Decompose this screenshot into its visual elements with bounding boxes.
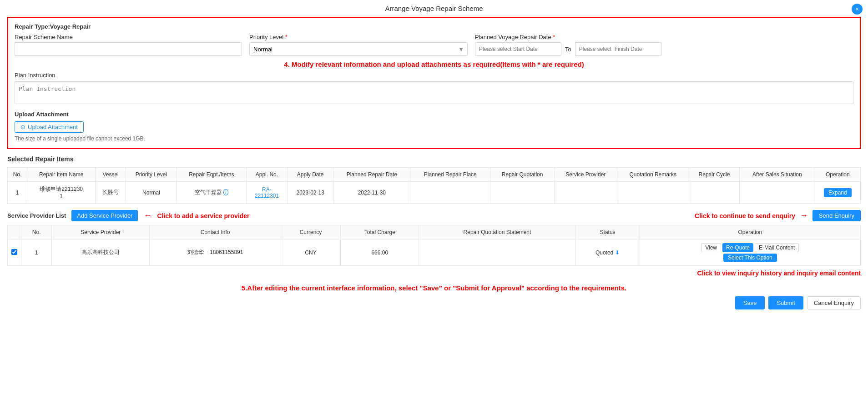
sp-checkbox-cell: [8, 239, 21, 266]
sp-table-row: 1 高乐高科技公司 刘德华 18061155891 CNY 666.00 Quo…: [8, 239, 861, 266]
sp-no: 1: [21, 239, 52, 266]
annotation-4-text: 4. Modify relevant information and uploa…: [15, 60, 853, 68]
send-enquiry-group: Click to continue to send enquiry → Send…: [695, 210, 861, 221]
planned-date-required: *: [553, 34, 555, 40]
expand-button[interactable]: Expand: [824, 188, 852, 197]
sp-currency: CNY: [281, 239, 340, 266]
repair-items-title: Selected Repair Items: [7, 155, 861, 163]
col-sp-no: No.: [21, 225, 52, 239]
send-enquiry-button[interactable]: Send Enquiry: [812, 210, 861, 221]
col-repair-quotation-statement: Repair Quotation Statement: [419, 225, 575, 239]
requote-button[interactable]: Re-Quote: [722, 243, 753, 252]
col-planned-repair-place: Planned Repair Place: [410, 168, 490, 182]
col-repair-quotation: Repair Quotation: [490, 168, 555, 182]
plan-instruction-textarea[interactable]: [15, 81, 853, 104]
save-button[interactable]: Save: [735, 296, 765, 309]
to-label: To: [565, 46, 571, 53]
repair-items-header-row: No. Repair Item Name Vessel Priority Lev…: [8, 168, 861, 182]
col-checkbox: [8, 225, 21, 239]
annotation-5-text: 5.After editing the current interface in…: [7, 284, 861, 292]
sp-name: 高乐高科技公司: [52, 239, 150, 266]
status-quoted-wrap: Quoted ⬇: [578, 249, 636, 256]
add-service-provider-button[interactable]: Add Service Provider: [71, 210, 138, 221]
sp-checkbox[interactable]: [11, 249, 17, 255]
cell-after-sales: [740, 182, 815, 204]
sp-op-row-1: View Re-Quote E-Mail Content: [701, 243, 799, 252]
cell-operation: Expand: [815, 182, 860, 204]
cell-service-provider: [555, 182, 617, 204]
scheme-name-input[interactable]: [15, 42, 242, 56]
cancel-enquiry-button[interactable]: Cancel Enquiry: [807, 296, 861, 309]
col-contact-info: Contact Info: [150, 225, 281, 239]
start-date-input[interactable]: [475, 42, 561, 56]
info-icon[interactable]: i: [223, 189, 228, 195]
submit-button[interactable]: Submit: [768, 296, 803, 309]
repair-items-table: No. Repair Item Name Vessel Priority Lev…: [7, 167, 861, 204]
page-title: Arrange Voyage Repair Scheme: [7, 5, 861, 12]
sp-contact-info: 刘德华 18061155891: [150, 239, 281, 266]
scheme-name-label: Repair Scheme Name: [15, 34, 242, 40]
priority-label: Priority Level *: [249, 34, 468, 40]
sp-status: Quoted ⬇: [575, 239, 640, 266]
upload-attachment-button[interactable]: ⊙ Upload Attachment: [15, 121, 84, 133]
cell-planned-repair-date: 2022-11-30: [333, 182, 410, 204]
plan-instruction-section: Plan Instruction: [15, 72, 853, 105]
col-repair-item-name: Repair Item Name: [27, 168, 96, 182]
sp-repair-quotation-statement: [419, 239, 575, 266]
planned-date-group: Planned Voyage Repair Date * To: [475, 34, 661, 56]
right-arrow-icon: →: [800, 211, 808, 220]
select-this-option-button[interactable]: Select This Option: [723, 254, 777, 262]
sp-operation-cell: View Re-Quote E-Mail Content Select This…: [640, 239, 860, 266]
cell-appl-no: RA-22112301: [246, 182, 287, 204]
col-after-sales: After Sales Situation: [740, 168, 815, 182]
scheme-name-group: Repair Scheme Name: [15, 34, 242, 56]
sp-label: Service Provider List: [7, 212, 66, 219]
upload-section: Upload Attachment ⊙ Upload Attachment Th…: [15, 111, 853, 142]
col-operation: Operation: [815, 168, 860, 182]
appl-no-link[interactable]: RA-22112301: [255, 186, 279, 199]
priority-required: *: [285, 34, 288, 40]
cell-repair-item-name: 维修申请22112301: [27, 182, 96, 204]
priority-select-wrap: Normal Urgent Emergency ▼: [249, 42, 468, 56]
col-repair-cycle: Repair Cycle: [689, 168, 739, 182]
sp-op-row-2: Select This Option: [723, 254, 777, 262]
add-sp-annotation: Click to add a service provider: [157, 212, 249, 219]
sp-op-buttons: View Re-Quote E-Mail Content Select This…: [643, 243, 858, 262]
upload-icon: ⊙: [20, 124, 25, 130]
view-button[interactable]: View: [701, 243, 721, 252]
col-priority: Priority Level: [126, 168, 177, 182]
col-planned-repair-date: Planned Repair Date: [333, 168, 410, 182]
repair-items-section: Selected Repair Items No. Repair Item Na…: [7, 155, 861, 204]
form-row-1: Repair Scheme Name Priority Level * Norm…: [15, 34, 853, 56]
upload-label: Upload Attachment: [15, 111, 853, 118]
left-arrow-icon: ←: [143, 211, 151, 220]
service-provider-table: No. Service Provider Contact Info Curren…: [7, 225, 861, 266]
planned-date-label: Planned Voyage Repair Date *: [475, 34, 661, 40]
plan-instruction-label: Plan Instruction: [15, 72, 853, 79]
col-sp-operation: Operation: [640, 225, 860, 239]
cell-apply-date: 2023-02-13: [288, 182, 333, 204]
status-text: Quoted: [595, 249, 613, 256]
col-appl-no: Appl. No.: [246, 168, 287, 182]
col-service-provider: Service Provider: [555, 168, 617, 182]
footer-actions: Save Submit Cancel Enquiry: [7, 296, 861, 309]
col-sp-name: Service Provider: [52, 225, 150, 239]
main-page: Arrange Voyage Repair Scheme × Repair Ty…: [0, 0, 868, 399]
col-quotation-remarks: Quotation Remarks: [617, 168, 689, 182]
col-repair-eqpt: Repair Eqpt./Items: [177, 168, 246, 182]
cell-repair-eqpt: 空气干燥器 i: [177, 182, 246, 204]
cell-priority: Normal: [126, 182, 177, 204]
finish-date-input[interactable]: [575, 42, 661, 56]
cell-repair-quotation: [490, 182, 555, 204]
form-section: Repair Type:Voyage Repair Repair Scheme …: [7, 17, 861, 149]
cell-planned-repair-place: [410, 182, 490, 204]
table-row: 1 维修申请22112301 长胜号 Normal 空气干燥器 i RA-221…: [8, 182, 861, 204]
download-icon[interactable]: ⬇: [615, 249, 620, 256]
priority-select[interactable]: Normal Urgent Emergency: [249, 42, 468, 56]
col-vessel: Vessel: [96, 168, 126, 182]
col-currency: Currency: [281, 225, 340, 239]
email-content-button[interactable]: E-Mail Content: [755, 243, 799, 252]
sp-header-row: No. Service Provider Contact Info Curren…: [8, 225, 861, 239]
col-no: No.: [8, 168, 27, 182]
close-button[interactable]: ×: [852, 4, 863, 15]
